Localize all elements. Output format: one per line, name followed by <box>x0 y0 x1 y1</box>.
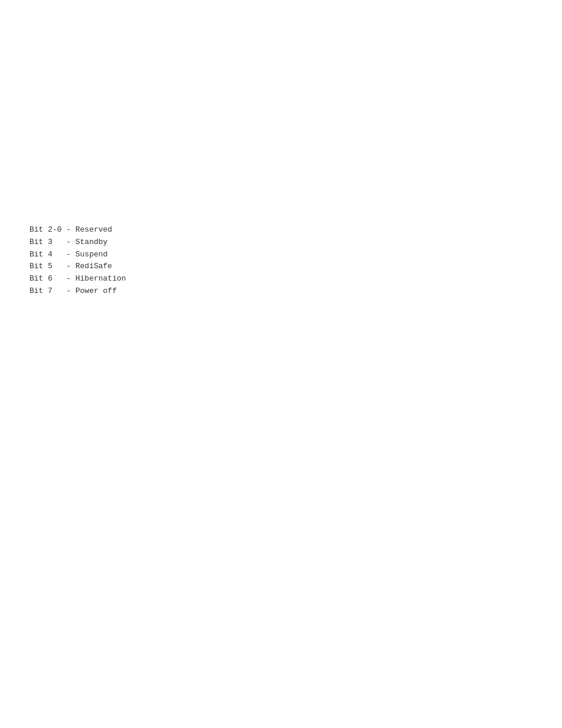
list-item: Bit 3 - Standby <box>29 236 126 249</box>
content-area: Bit 2-0 - ReservedBit 3 - StandbyBit 4 -… <box>29 224 126 298</box>
list-item: Bit 6 - Hibernation <box>29 273 126 285</box>
list-item: Bit 7 - Power off <box>29 285 126 298</box>
list-item: Bit 5 - RediSafe <box>29 261 126 273</box>
bit-definitions-list: Bit 2-0 - ReservedBit 3 - StandbyBit 4 -… <box>29 224 126 298</box>
list-item: Bit 4 - Suspend <box>29 249 126 261</box>
list-item: Bit 2-0 - Reserved <box>29 224 126 236</box>
